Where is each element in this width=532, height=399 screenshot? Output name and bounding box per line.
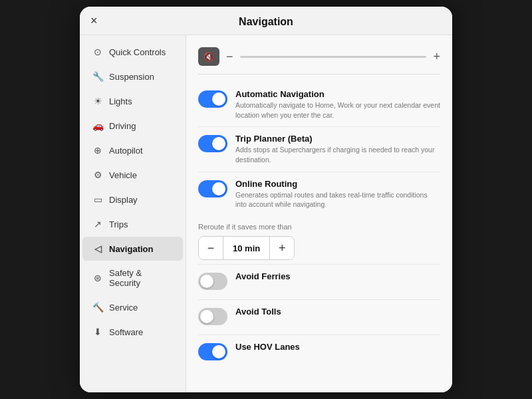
toggle-wrap-automatic-navigation [198, 90, 227, 110]
sidebar: ⊙Quick Controls🔧Suspension☀Lights🚗Drivin… [80, 35, 186, 392]
settings-container: Automatic NavigationAutomatically naviga… [198, 82, 440, 216]
sidebar-label-trips: Trips [109, 219, 128, 229]
setting-row-use-hov-lanes: Use HOV Lanes [198, 335, 440, 370]
sidebar-item-suspension[interactable]: 🔧Suspension [82, 65, 183, 88]
main-content: 🔇 − + Automatic NavigationAutomatically … [186, 35, 452, 392]
sidebar-icon-autopilot: ⊕ [92, 145, 104, 156]
sidebar-label-quick-controls: Quick Controls [109, 47, 166, 57]
toggle-wrap-avoid-ferries [198, 273, 227, 293]
toggle-thumb-online-routing [212, 182, 225, 196]
reroute-minus-button[interactable]: − [199, 237, 223, 259]
sidebar-item-safety-security[interactable]: ⊛Safety & Security [82, 261, 183, 295]
toggle-thumb-use-hov-lanes [212, 345, 225, 358]
toggle-thumb-trip-planner [212, 137, 225, 150]
sidebar-icon-safety-security: ⊛ [92, 273, 104, 283]
sidebar-label-driving: Driving [109, 121, 136, 131]
sidebar-item-display[interactable]: ▭Display [82, 188, 183, 211]
simple-toggles-container: Avoid FerriesAvoid TollsUse HOV Lanes [198, 265, 440, 370]
setting-desc-automatic-navigation: Automatically navigate to Home, Work or … [235, 100, 440, 120]
toggle-wrap-use-hov-lanes [198, 343, 227, 363]
toggle-use-hov-lanes[interactable] [198, 343, 227, 360]
toggle-wrap-trip-planner [198, 135, 227, 155]
sidebar-icon-trips: ↗ [92, 219, 104, 229]
sidebar-icon-display: ▭ [92, 194, 104, 205]
toggle-thumb-automatic-navigation [212, 92, 225, 106]
body: ⊙Quick Controls🔧Suspension☀Lights🚗Drivin… [80, 35, 452, 392]
header: × Navigation [80, 7, 452, 35]
setting-text-online-routing: Online RoutingGenerates optimal routes a… [235, 179, 440, 209]
mute-button[interactable]: 🔇 [198, 47, 219, 66]
sidebar-item-trips[interactable]: ↗Trips [82, 212, 183, 236]
setting-desc-trip-planner: Adds stops at Superchargers if charging … [235, 145, 440, 164]
sidebar-icon-vehicle: ⚙ [92, 170, 104, 180]
volume-track [240, 56, 427, 58]
sidebar-label-service: Service [109, 303, 138, 313]
volume-minus-button[interactable]: − [226, 50, 233, 64]
setting-row-avoid-tolls: Avoid Tolls [198, 300, 440, 335]
sidebar-icon-quick-controls: ⊙ [92, 47, 104, 57]
setting-title-avoid-ferries: Avoid Ferries [235, 271, 440, 281]
sidebar-label-safety-security: Safety & Security [109, 268, 174, 288]
sidebar-icon-software: ⬇ [92, 327, 104, 337]
sidebar-label-suspension: Suspension [109, 72, 154, 82]
toggle-trip-planner[interactable] [198, 135, 227, 152]
sidebar-icon-suspension: 🔧 [92, 71, 104, 82]
sidebar-item-autopilot[interactable]: ⊕Autopilot [82, 138, 183, 162]
reroute-value: 10 min [223, 237, 270, 259]
setting-text-automatic-navigation: Automatic NavigationAutomatically naviga… [235, 89, 440, 120]
sidebar-item-driving[interactable]: 🚗Driving [82, 114, 183, 138]
setting-title-online-routing: Online Routing [235, 179, 440, 189]
sidebar-label-navigation: Navigation [109, 244, 153, 254]
reroute-section: Reroute if it saves more than − 10 min + [198, 216, 440, 265]
sidebar-label-lights: Lights [109, 96, 132, 106]
sidebar-label-autopilot: Autopilot [109, 146, 143, 156]
sidebar-label-display: Display [109, 195, 138, 205]
sidebar-item-service[interactable]: 🔨Service [82, 295, 183, 319]
setting-title-automatic-navigation: Automatic Navigation [235, 89, 440, 99]
volume-plus-button[interactable]: + [433, 50, 440, 64]
sidebar-item-software[interactable]: ⬇Software [82, 320, 183, 344]
toggle-automatic-navigation[interactable] [198, 90, 227, 108]
reroute-label: Reroute if it saves more than [198, 223, 440, 231]
volume-row: 🔇 − + [198, 42, 440, 74]
setting-text-avoid-ferries: Avoid Ferries [235, 271, 440, 283]
setting-title-use-hov-lanes: Use HOV Lanes [235, 342, 440, 352]
sidebar-item-navigation[interactable]: ◁Navigation [82, 237, 183, 261]
setting-row-online-routing: Online RoutingGenerates optimal routes a… [198, 172, 440, 216]
toggle-avoid-tolls[interactable] [198, 308, 227, 325]
setting-text-avoid-tolls: Avoid Tolls [235, 307, 440, 318]
setting-title-trip-planner: Trip Planner (Beta) [235, 134, 440, 144]
toggle-wrap-avoid-tolls [198, 308, 227, 328]
page-title: Navigation [239, 16, 293, 27]
setting-row-automatic-navigation: Automatic NavigationAutomatically naviga… [198, 82, 440, 127]
setting-text-trip-planner: Trip Planner (Beta)Adds stops at Superch… [235, 134, 440, 164]
sidebar-item-lights[interactable]: ☀Lights [82, 89, 183, 113]
sidebar-icon-navigation: ◁ [92, 243, 104, 254]
settings-screen: × Navigation ⊙Quick Controls🔧Suspension☀… [80, 7, 452, 392]
toggle-thumb-avoid-ferries [200, 275, 213, 288]
sidebar-item-vehicle[interactable]: ⚙Vehicle [82, 163, 183, 187]
reroute-stepper: − 10 min + [198, 236, 295, 260]
sidebar-icon-driving: 🚗 [92, 120, 104, 131]
toggle-thumb-avoid-tolls [200, 310, 213, 323]
setting-row-avoid-ferries: Avoid Ferries [198, 265, 440, 300]
close-button[interactable]: × [90, 15, 98, 27]
sidebar-icon-lights: ☀ [92, 96, 104, 106]
reroute-plus-button[interactable]: + [270, 237, 294, 259]
sidebar-icon-service: 🔨 [92, 302, 104, 313]
sidebar-label-vehicle: Vehicle [109, 170, 137, 180]
sidebar-label-software: Software [109, 327, 143, 337]
setting-text-use-hov-lanes: Use HOV Lanes [235, 342, 440, 353]
setting-row-trip-planner: Trip Planner (Beta)Adds stops at Superch… [198, 127, 440, 172]
toggle-avoid-ferries[interactable] [198, 273, 227, 290]
setting-title-avoid-tolls: Avoid Tolls [235, 307, 440, 317]
sidebar-item-quick-controls[interactable]: ⊙Quick Controls [82, 40, 183, 64]
toggle-wrap-online-routing [198, 180, 227, 200]
setting-desc-online-routing: Generates optimal routes and takes real-… [235, 190, 440, 209]
toggle-online-routing[interactable] [198, 180, 227, 198]
